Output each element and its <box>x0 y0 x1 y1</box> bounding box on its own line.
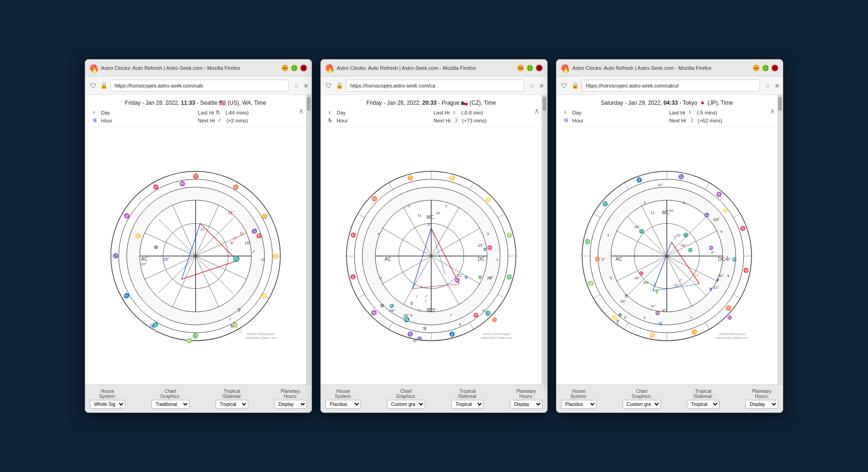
svg-text:3: 3 <box>644 201 646 205</box>
house-system-select[interactable]: Placidus Whole Sig <box>326 400 361 409</box>
tropical-sidereal-select[interactable]: Tropical Sidereal <box>216 400 248 409</box>
svg-text:28°: 28° <box>389 309 395 313</box>
url-bar-tokyo[interactable]: https://horoscopes.astro-seek.com/calcul <box>582 80 760 92</box>
svg-text:11: 11 <box>651 211 655 215</box>
browser-window-seattle: 🔥 Astro Clocks: Auto Refresh | Astro-See… <box>85 59 312 413</box>
astro-chart-prague: ♋ ♌ ♍ ♎ ♏ ♐ ♑ ♒ ♓ ♈ ♉ ♊ <box>343 168 520 344</box>
svg-text:www.Astro-Seek.com: www.Astro-Seek.com <box>481 336 512 339</box>
svg-text:2: 2 <box>445 204 448 208</box>
browser-window-tokyo: 🔥 Astro Clocks: Auto Refresh | Astro-See… <box>556 59 783 413</box>
svg-text:♏: ♏ <box>639 229 644 234</box>
scrollbar-seattle[interactable] <box>306 95 312 384</box>
bookmark-icon[interactable]: ☆ <box>529 82 535 89</box>
close-button[interactable]: ✕ <box>536 65 542 71</box>
svg-text:DC: DC <box>478 256 484 262</box>
window-controls: ─ □ ✕ <box>282 65 307 71</box>
maximize-button[interactable]: □ <box>527 65 533 71</box>
chart-graphics-select[interactable]: Traditional Custom gra <box>151 400 190 409</box>
svg-text:28°: 28° <box>163 257 170 262</box>
minimize-button[interactable]: ─ <box>282 65 288 71</box>
svg-text:♂: ♂ <box>251 249 256 255</box>
house-system-label: HouseSystem: <box>561 389 597 399</box>
svg-text:♏: ♏ <box>683 232 689 238</box>
planetary-hours-select[interactable]: Display Hide <box>510 400 542 409</box>
planetary-hours-select[interactable]: Display Hide <box>746 400 778 409</box>
svg-text:10: 10 <box>436 211 440 215</box>
url-bar-prague[interactable]: https://horoscopes.astro-seek.com/ca <box>346 80 524 92</box>
close-button[interactable]: ✕ <box>300 65 307 71</box>
close-button[interactable]: ✕ <box>772 65 778 71</box>
svg-text:MC: MC <box>662 210 670 215</box>
svg-text:11: 11 <box>417 213 421 217</box>
menu-icon[interactable]: ≡ <box>540 82 543 89</box>
info-section-tokyo: Saturday - Jan 29, 2022, 04:33 - Tokyo 🇯… <box>556 95 777 127</box>
scroll-up-btn[interactable]: ∧ <box>534 107 540 115</box>
svg-text:♀: ♀ <box>653 282 657 287</box>
minimize-button[interactable]: ─ <box>517 65 524 71</box>
svg-text:8: 8 <box>489 276 492 280</box>
window-controls: ─ □ ✕ <box>753 65 778 71</box>
window-title-seattle: Astro Clocks: Auto Refresh | Astro-Seek.… <box>101 65 278 71</box>
svg-text:♋: ♋ <box>135 233 141 239</box>
chart-graphics-select[interactable]: Custom gra Traditional <box>623 400 661 409</box>
svg-text:♑: ♑ <box>417 336 422 341</box>
menu-icon[interactable]: ≡ <box>304 82 308 89</box>
svg-text:5: 5 <box>380 276 382 280</box>
svg-text:♅: ♅ <box>709 287 713 292</box>
svg-text:Online horoscopes: Online horoscopes <box>719 332 746 336</box>
title-bar-prague: 🔥 Astro Clocks: Auto Refresh | Astro-See… <box>321 60 547 76</box>
menu-icon[interactable]: ≡ <box>775 82 779 89</box>
svg-text:03°: 03° <box>713 217 720 222</box>
svg-text:♒: ♒ <box>655 310 660 315</box>
flag-prague: 🇨🇿 <box>461 100 468 106</box>
svg-text:9: 9 <box>487 232 489 236</box>
browser-window-prague: 🔥 Astro Clocks: Auto Refresh | Astro-See… <box>320 59 548 413</box>
svg-text:10: 10 <box>261 257 265 262</box>
svg-text:8: 8 <box>727 274 730 278</box>
url-bar-seattle[interactable]: https://horoscopes.astro-seek.com/calc <box>110 80 289 92</box>
chart-seattle: ♈ ♉ ♊ ♋ ♌ ♍ ♎ ♏ ♐ ♑ ♒ ♓ <box>85 127 306 384</box>
house-system-select[interactable]: Placidus Whole Sig <box>561 400 597 409</box>
content-area-prague: Friday - Jan 28, 2022, 20:33 - Prague 🇨🇿… <box>321 95 542 384</box>
svg-text:11: 11 <box>200 227 204 231</box>
svg-text:⊙: ⊙ <box>240 231 244 236</box>
title-bar-seattle: 🔥 Astro Clocks: Auto Refresh | Astro-See… <box>85 60 312 76</box>
nav-bar-prague: 🛡 🔒 https://horoscopes.astro-seek.com/ca… <box>321 76 547 95</box>
shield-icon: 🛡 <box>325 81 333 90</box>
house-system-select[interactable]: Whole Sig Placidus Koch <box>90 400 125 409</box>
day-row: ♀ Day <box>563 109 665 116</box>
chart-graphics-select[interactable]: Custom gra Traditional <box>387 400 425 409</box>
date-line-prague: Friday - Jan 28, 2022, 20:33 - Prague 🇨🇿… <box>327 100 535 106</box>
scrollbar-tokyo[interactable] <box>777 95 783 384</box>
planet-grid-prague: ♀ Day Last Hr ♀ (-0.8 min) ♄ Hour Next H… <box>327 109 535 124</box>
svg-text:♑: ♑ <box>113 253 119 259</box>
svg-text:9: 9 <box>720 229 723 234</box>
svg-text:4: 4 <box>607 233 610 237</box>
svg-text:♇: ♇ <box>616 319 620 324</box>
bookmark-icon[interactable]: ☆ <box>293 82 299 89</box>
last-hr-row: Last Hr ♀ (-0.8 min) <box>434 109 535 116</box>
controls-row-tokyo: HouseSystem: Placidus Whole Sig ChartGra… <box>561 389 778 409</box>
tropical-sidereal-select[interactable]: Tropical Sidereal <box>451 400 484 409</box>
svg-text:6°: 6° <box>231 241 235 245</box>
planetary-hours-select[interactable]: Display Hide <box>274 400 307 409</box>
scrollbar-prague[interactable] <box>542 95 547 384</box>
scroll-up-btn[interactable]: ∧ <box>298 107 304 115</box>
bookmark-icon[interactable]: ☆ <box>765 82 771 89</box>
svg-text:☉: ☉ <box>695 272 699 278</box>
hour-planet: ♃ <box>92 117 99 124</box>
minimize-button[interactable]: ─ <box>753 65 760 71</box>
svg-text:5°: 5° <box>427 223 431 227</box>
maximize-button[interactable]: □ <box>291 65 298 71</box>
svg-text:28°: 28° <box>634 225 640 229</box>
svg-text:♀: ♀ <box>415 294 419 299</box>
content-area-tokyo: Saturday - Jan 29, 2022, 04:33 - Tokyo 🇯… <box>556 95 777 384</box>
maximize-button[interactable]: □ <box>762 65 769 71</box>
flag-tokyo: 🇯🇵 <box>699 100 706 106</box>
svg-text:7: 7 <box>690 316 692 320</box>
svg-text:♓: ♓ <box>639 271 644 276</box>
tropical-sidereal-select[interactable]: Tropical Sidereal <box>687 400 719 409</box>
svg-text:♆: ♆ <box>464 275 468 280</box>
scroll-up-btn[interactable]: ∧ <box>770 107 775 115</box>
svg-text:⊗: ⊗ <box>618 312 622 317</box>
